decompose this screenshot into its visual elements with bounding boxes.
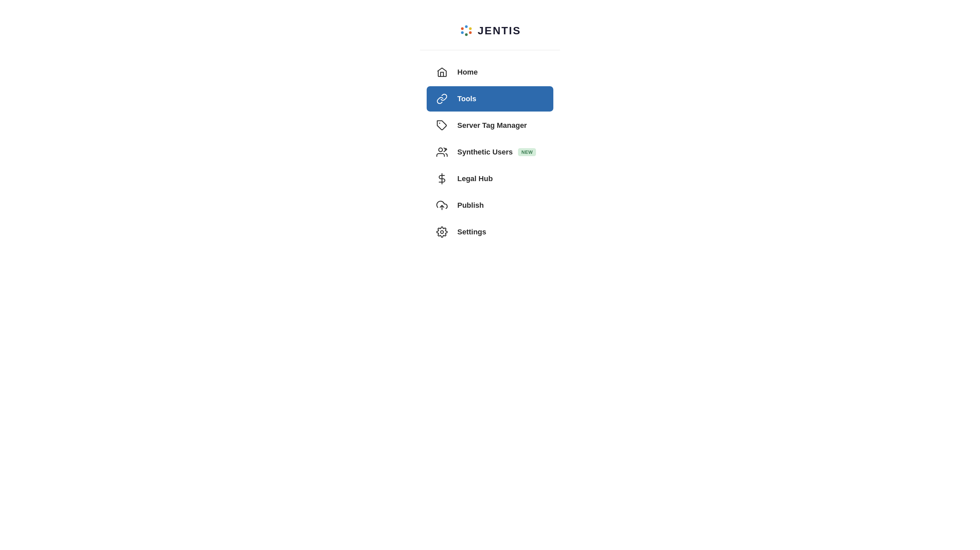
svg-point-3 bbox=[461, 31, 464, 34]
nav-item-legal-hub[interactable]: Legal Hub bbox=[427, 166, 553, 192]
nav-item-publish[interactable]: Publish bbox=[427, 193, 553, 218]
nav-menu: Home Tools Server Tag Manager bbox=[420, 60, 560, 245]
nav-divider bbox=[420, 50, 560, 50]
logo-text: JENTIS bbox=[478, 25, 521, 37]
svg-point-2 bbox=[469, 27, 472, 30]
publish-icon bbox=[436, 200, 448, 211]
tag-icon bbox=[436, 119, 448, 132]
nav-item-synthetic-users[interactable]: Synthetic Users NEW bbox=[427, 139, 553, 165]
svg-point-4 bbox=[465, 33, 468, 36]
home-icon bbox=[436, 66, 448, 78]
synthetic-users-icon bbox=[436, 146, 448, 158]
nav-label-legal-hub: Legal Hub bbox=[457, 174, 493, 183]
nav-item-tools[interactable]: Tools bbox=[427, 86, 553, 111]
legal-icon bbox=[436, 173, 448, 185]
svg-point-5 bbox=[469, 31, 472, 34]
nav-label-home: Home bbox=[457, 68, 478, 76]
nav-item-server-tag-manager[interactable]: Server Tag Manager bbox=[427, 113, 553, 138]
nav-item-home[interactable]: Home bbox=[427, 60, 553, 85]
svg-point-0 bbox=[461, 27, 464, 30]
logo: JENTIS bbox=[459, 23, 521, 38]
synthetic-users-label-group: Synthetic Users NEW bbox=[457, 148, 536, 157]
sidebar: JENTIS Home Tools bbox=[420, 13, 560, 255]
nav-label-server-tag-manager: Server Tag Manager bbox=[457, 121, 527, 130]
svg-point-1 bbox=[465, 25, 468, 28]
nav-item-settings[interactable]: Settings bbox=[427, 219, 553, 245]
tools-icon bbox=[436, 93, 448, 105]
settings-icon bbox=[436, 226, 448, 238]
nav-label-settings: Settings bbox=[457, 228, 486, 236]
svg-point-10 bbox=[441, 231, 444, 234]
logo-icon bbox=[459, 23, 474, 38]
nav-label-tools: Tools bbox=[457, 95, 476, 103]
nav-label-publish: Publish bbox=[457, 201, 484, 210]
new-badge: NEW bbox=[518, 148, 536, 156]
svg-point-7 bbox=[439, 148, 442, 152]
nav-label-synthetic-users: Synthetic Users bbox=[457, 148, 513, 157]
